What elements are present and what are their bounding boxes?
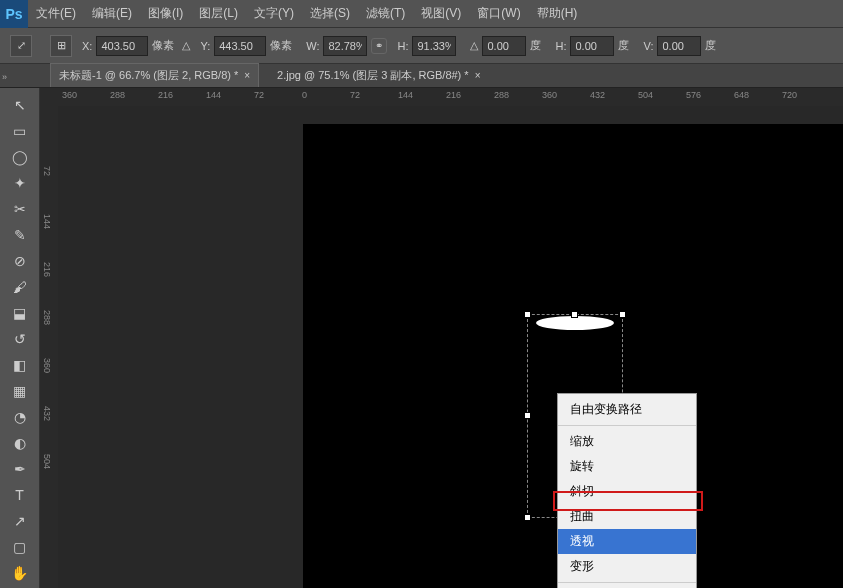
crop-tool[interactable]: ✂ [8, 197, 32, 221]
stamp-tool[interactable]: ⬓ [8, 301, 32, 325]
eraser-tool[interactable]: ◧ [8, 353, 32, 377]
separator [558, 425, 696, 426]
x-unit: 像素 [152, 38, 174, 53]
pen-tool[interactable]: ✒ [8, 457, 32, 481]
h-label: H: [397, 40, 408, 52]
path-select-tool[interactable]: ↗ [8, 509, 32, 533]
expand-arrow-icon[interactable]: » [2, 72, 7, 82]
transform-icon[interactable]: ⤢ [10, 35, 32, 57]
ctx-skew[interactable]: 斜切 [558, 479, 696, 504]
move-tool[interactable]: ↖ [8, 93, 32, 117]
ctx-distort[interactable]: 扭曲 [558, 504, 696, 529]
separator [558, 582, 696, 583]
hskew-label: H: [555, 40, 566, 52]
menu-help[interactable]: 帮助(H) [529, 0, 586, 28]
close-icon[interactable]: × [475, 70, 481, 81]
ruler-vertical: 72 144 216 288 360 432 504 [40, 106, 58, 588]
menu-view[interactable]: 视图(V) [413, 0, 469, 28]
tab-label: 未标题-1 @ 66.7% (图层 2, RGB/8) * [59, 68, 238, 83]
dodge-tool[interactable]: ◐ [8, 431, 32, 455]
menu-type[interactable]: 文字(Y) [246, 0, 302, 28]
ctx-perspective[interactable]: 透视 [558, 529, 696, 554]
link-icon[interactable]: ⚭ [371, 38, 387, 54]
x-label: X: [82, 40, 92, 52]
blur-tool[interactable]: ◔ [8, 405, 32, 429]
gradient-tool[interactable]: ▦ [8, 379, 32, 403]
ctx-rotate[interactable]: 旋转 [558, 454, 696, 479]
canvas-area[interactable] [58, 106, 843, 588]
menu-file[interactable]: 文件(E) [28, 0, 84, 28]
angle-icon: △ [470, 39, 478, 52]
lasso-tool[interactable]: ◯ [8, 145, 32, 169]
reference-point-icon[interactable]: ⊞ [50, 35, 72, 57]
menu-select[interactable]: 选择(S) [302, 0, 358, 28]
ruler-horizontal: 360 288 216 144 72 0 72 144 216 288 360 … [40, 88, 843, 106]
vskew-label: V: [643, 40, 653, 52]
y-label: Y: [200, 40, 210, 52]
magic-wand-tool[interactable]: ✦ [8, 171, 32, 195]
context-menu: 自由变换路径 缩放 旋转 斜切 扭曲 透视 变形 内容识别比例 操控变形 旋转 … [557, 393, 697, 588]
menu-window[interactable]: 窗口(W) [469, 0, 528, 28]
vskew-unit: 度 [705, 38, 716, 53]
history-brush-tool[interactable]: ↺ [8, 327, 32, 351]
eyedropper-tool[interactable]: ✎ [8, 223, 32, 247]
ctx-free-transform[interactable]: 自由变换路径 [558, 397, 696, 422]
handle-top-left[interactable] [524, 311, 531, 318]
y-input[interactable] [214, 36, 266, 56]
x-input[interactable] [96, 36, 148, 56]
handle-top-right[interactable] [619, 311, 626, 318]
w-label: W: [306, 40, 319, 52]
options-bar: ⤢ ⊞ X: 像素 △ Y: 像素 W: ⚭ H: △ 度 H: 度 V: 度 [0, 28, 843, 64]
tool-bar: ↖ ▭ ◯ ✦ ✂ ✎ ⊘ 🖌 ⬓ ↺ ◧ ▦ ◔ ◐ ✒ T ↗ ▢ ✋ [0, 88, 40, 588]
menu-filter[interactable]: 滤镜(T) [358, 0, 413, 28]
ctx-scale[interactable]: 缩放 [558, 429, 696, 454]
vskew-input[interactable] [657, 36, 701, 56]
shape-tool[interactable]: ▢ [8, 535, 32, 559]
menu-bar: Ps 文件(E) 编辑(E) 图像(I) 图层(L) 文字(Y) 选择(S) 滤… [0, 0, 843, 28]
w-input[interactable] [323, 36, 367, 56]
rotate-input[interactable] [482, 36, 526, 56]
triangle-icon: △ [182, 39, 190, 52]
hskew-unit: 度 [618, 38, 629, 53]
h-input[interactable] [412, 36, 456, 56]
type-tool[interactable]: T [8, 483, 32, 507]
menu-image[interactable]: 图像(I) [140, 0, 191, 28]
handle-top-mid[interactable] [571, 311, 578, 318]
tab-document-2[interactable]: 2.jpg @ 75.1% (图层 3 副本, RGB/8#) * × [269, 64, 488, 87]
marquee-tool[interactable]: ▭ [8, 119, 32, 143]
app-logo: Ps [0, 0, 28, 28]
hskew-input[interactable] [570, 36, 614, 56]
handle-mid-left[interactable] [524, 412, 531, 419]
handle-bottom-left[interactable] [524, 514, 531, 521]
menu-layer[interactable]: 图层(L) [191, 0, 246, 28]
ctx-warp[interactable]: 变形 [558, 554, 696, 579]
brush-tool[interactable]: 🖌 [8, 275, 32, 299]
rotate-unit: 度 [530, 38, 541, 53]
y-unit: 像素 [270, 38, 292, 53]
document-tabs: 未标题-1 @ 66.7% (图层 2, RGB/8) * × 2.jpg @ … [0, 64, 843, 88]
close-icon[interactable]: × [244, 70, 250, 81]
hand-tool[interactable]: ✋ [8, 561, 32, 585]
menu-edit[interactable]: 编辑(E) [84, 0, 140, 28]
tab-document-1[interactable]: 未标题-1 @ 66.7% (图层 2, RGB/8) * × [50, 63, 259, 87]
tab-label: 2.jpg @ 75.1% (图层 3 副本, RGB/8#) * [277, 68, 469, 83]
healing-tool[interactable]: ⊘ [8, 249, 32, 273]
